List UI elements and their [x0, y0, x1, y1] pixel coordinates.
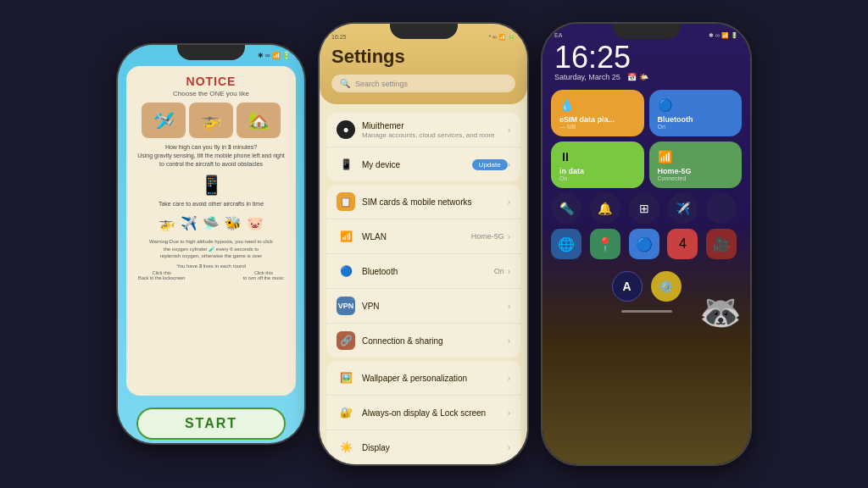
notice-subtitle: Choose the ONE you like — [173, 90, 249, 97]
chevron-icon: › — [508, 197, 510, 207]
aircraft-icons-row: 🚁 ✈️ 🛸 🐝 🐷 — [159, 215, 264, 231]
bluetooth-value: On — [494, 267, 504, 275]
miuithemer-name: Miuithemer — [362, 121, 508, 130]
notch-camera — [390, 24, 458, 39]
chevron-icon: › — [508, 443, 510, 452]
settings-item-vpn[interactable]: VPN VPN › — [326, 289, 520, 324]
wallpaper-name: Wallpaper & personalization — [362, 374, 508, 383]
control-time: 16:25 — [554, 42, 738, 73]
control-date: Saturday, March 25 📅 🌤️ — [554, 73, 738, 81]
wifi-label: Home-5G — [658, 167, 692, 175]
home-indicator — [621, 310, 672, 313]
mydevice-name: My device — [362, 160, 472, 169]
ctrl-tile-bluetooth[interactable]: 🔵 Bluetooth On — [649, 90, 743, 136]
settings-section-3: 🖼️ Wallpaper & personalization › 🔐 Alway… — [326, 361, 520, 464]
aircraft-2: ✈️ — [181, 215, 198, 231]
mobile-sub: On — [559, 175, 567, 181]
app-globe[interactable]: 🌐 — [551, 229, 581, 259]
phone-3: 🦝 EA ✱ ∞ 📶 🔋 16:25 Saturday, March 25 📅 … — [542, 24, 750, 464]
weather-icon: 🌤️ — [639, 73, 648, 81]
settings-item-miuithemer[interactable]: ● Miuithemer Manage accounts, cloud serv… — [326, 113, 520, 147]
wlan-icon: 📶 — [337, 227, 355, 246]
settings-item-mydevice[interactable]: 📱 My device Update › — [326, 147, 520, 181]
notice-title: NOTICE — [186, 75, 236, 88]
settings-search-bar[interactable]: 🔍 Search settings — [331, 75, 515, 92]
settings-title: Settings — [331, 46, 515, 68]
status-icons: ✱ ∞ 📶 🔋 — [709, 32, 738, 39]
airplane-button[interactable]: ✈️ — [667, 193, 698, 224]
settings-item-connection[interactable]: 🔗 Connection & sharing › — [326, 324, 520, 358]
wallpaper-text: Wallpaper & personalization — [362, 374, 508, 383]
control-grid: 💧 eSIM data pla... — MB 🔵 Bluetooth On ⏸… — [542, 90, 750, 188]
ctrl-tile-wifi[interactable]: 📶 Home-5G Connected — [649, 141, 743, 188]
bluetooth-name: Bluetooth — [362, 267, 494, 276]
back-link[interactable]: Click thisBack to the lockscreen — [138, 270, 185, 280]
ctrl-icon-row: 🔦 🔔 ⊞ ✈️ — [542, 193, 750, 224]
chevron-icon: › — [508, 160, 510, 169]
chevron-icon: › — [508, 408, 510, 418]
start-button[interactable]: START — [136, 408, 286, 440]
game-image-2[interactable]: 🚁 — [189, 103, 233, 138]
bluetooth-ctrl-label: Bluetooth — [658, 115, 693, 124]
settings-item-wallpaper[interactable]: 🖼️ Wallpaper & personalization › — [326, 361, 520, 396]
bottom-app-settings[interactable]: ⚙️ — [651, 271, 682, 302]
game-images-row: 🛩️ 🚁 🏡 — [142, 103, 281, 138]
chevron-icon: › — [508, 125, 510, 135]
settings-item-display[interactable]: ☀️ Display › — [326, 430, 520, 464]
bottom-app-a[interactable]: A — [612, 271, 643, 302]
app-4[interactable]: 4 — [667, 229, 698, 259]
wifi-sub: Connected — [658, 175, 687, 181]
aircraft-4: 🐝 — [225, 215, 242, 231]
game-image-3[interactable]: 🏡 — [236, 103, 281, 138]
phone-2: 16:25 * ∞ 📶 🔋 Settings 🔍 Search settings… — [320, 24, 527, 464]
mydevice-icon: 📱 — [337, 155, 355, 174]
ctrl-apps-row: 🌐 📍 🔵 4 🎥 — [542, 229, 750, 259]
connection-name: Connection & sharing — [362, 336, 508, 346]
notice-card: NOTICE Choose the ONE you like 🛩️ 🚁 🏡 Ho… — [126, 66, 296, 396]
chevron-icon: › — [508, 336, 510, 346]
chevron-icon: › — [508, 267, 510, 276]
calendar-icon: 📅 — [627, 73, 637, 81]
instructions-text: Using gravity sensing, tilt the mobile p… — [137, 152, 285, 167]
lockscreen-name: Always-on display & Lock screen — [362, 408, 508, 418]
lockscreen-text: Always-on display & Lock screen — [362, 408, 508, 418]
wlan-text: WLAN — [362, 232, 471, 241]
aircraft-5: 🐷 — [247, 215, 264, 231]
settings-section-2: 📋 SIM cards & mobile networks › 📶 WLAN H… — [326, 185, 520, 358]
vpn-icon: VPN — [337, 297, 355, 315]
mydevice-text: My device — [362, 160, 472, 169]
ctrl-tile-mobile[interactable]: ⏸ in data On — [551, 141, 644, 188]
app-maps[interactable]: 📍 — [590, 229, 620, 259]
app-camera[interactable]: 🎥 — [706, 229, 737, 259]
control-screen: 🦝 EA ✱ ∞ 📶 🔋 16:25 Saturday, March 25 📅 … — [542, 24, 750, 464]
app-blue[interactable]: 🔵 — [629, 229, 659, 259]
display-name: Display — [362, 443, 508, 452]
settings-item-sim[interactable]: 📋 SIM cards & mobile networks › — [326, 185, 520, 219]
data-label: eSIM data pla... — [559, 115, 615, 124]
sim-text: SIM cards & mobile networks — [362, 197, 508, 207]
sim-name: SIM cards & mobile networks — [362, 197, 508, 207]
bluetooth-text: Bluetooth — [362, 267, 494, 276]
extra-button[interactable] — [706, 193, 737, 224]
chevron-icon: › — [508, 232, 510, 241]
connection-text: Connection & sharing — [362, 336, 508, 346]
ctrl-tile-data[interactable]: 💧 eSIM data pla... — MB — [551, 90, 644, 136]
settings-item-wlan[interactable]: 📶 WLAN Home-5G › — [326, 219, 520, 254]
game-image-1[interactable]: 🛩️ — [142, 103, 186, 138]
question-prefix: How high can you fly in — [165, 144, 228, 150]
status-icons: * ∞ 📶 🔋 — [488, 34, 515, 41]
notch-camera — [177, 45, 245, 60]
flashlight-button[interactable]: 🔦 — [551, 193, 581, 224]
music-link[interactable]: Click thisto turn off the music — [243, 270, 284, 280]
status-time: 16:25 — [331, 34, 347, 41]
settings-item-lockscreen[interactable]: 🔐 Always-on display & Lock screen › — [326, 396, 520, 430]
bluetooth-ctrl-sub: On — [658, 124, 665, 130]
aircraft-1: 🚁 — [159, 215, 175, 231]
settings-item-bluetooth[interactable]: 🔵 Bluetooth On › — [326, 254, 520, 289]
wallpaper-icon: 🖼️ — [337, 369, 355, 387]
phone1-screen: ✱ ∞ 📶 🔋 NOTICE Choose the ONE you like 🛩… — [118, 45, 304, 443]
notification-button[interactable]: 🔔 — [590, 193, 620, 224]
screen-button[interactable]: ⊞ — [629, 193, 659, 224]
miuithemer-icon: ● — [337, 120, 355, 139]
vpn-name: VPN — [362, 302, 508, 311]
